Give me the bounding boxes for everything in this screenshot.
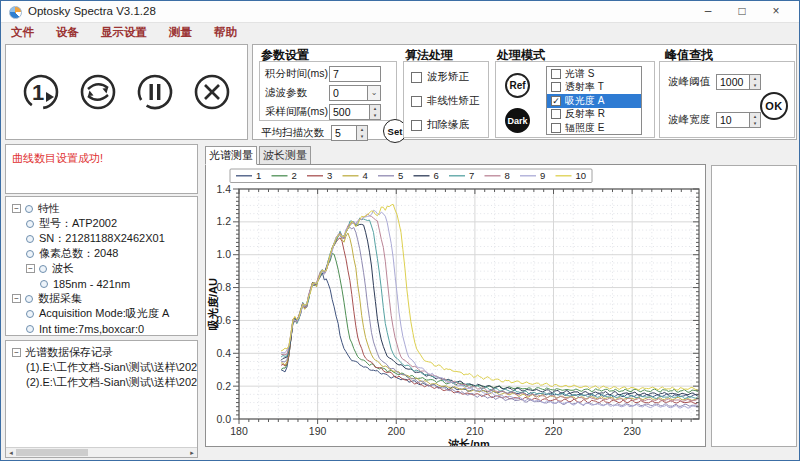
peak-threshold-label: 波峰阈值 bbox=[668, 75, 716, 89]
checkbox-icon[interactable] bbox=[411, 96, 422, 107]
checkbox-icon[interactable] bbox=[551, 109, 561, 119]
checkbox-icon[interactable] bbox=[551, 82, 561, 92]
x-tick-label: 210 bbox=[466, 425, 484, 437]
menu-item-3[interactable]: 测量 bbox=[169, 25, 192, 40]
scroll-left-icon[interactable]: ◂ bbox=[6, 448, 16, 457]
tree-collapse-icon[interactable]: − bbox=[12, 204, 21, 213]
tree-row[interactable]: (1).E:\工作文档-Sian\测试\送样\20220901东 bbox=[6, 360, 197, 375]
ok-button[interactable]: OK bbox=[760, 92, 788, 120]
algorithm-option[interactable]: 扣除缘底 bbox=[411, 118, 488, 132]
tree-node-icon bbox=[39, 265, 47, 273]
spin-up-icon[interactable]: ▴ bbox=[370, 105, 380, 112]
dropdown-arrow-icon[interactable]: ⌄ bbox=[368, 85, 381, 101]
checkbox-icon[interactable] bbox=[411, 120, 422, 131]
filter-param-label: 滤波参数 bbox=[265, 86, 329, 100]
peak-threshold-spinner[interactable]: ▴▾ bbox=[750, 74, 761, 90]
peak-threshold-input[interactable] bbox=[716, 74, 750, 90]
mode-option[interactable]: 辐照度 E bbox=[547, 121, 641, 135]
integration-time-input[interactable] bbox=[329, 66, 381, 82]
mode-option[interactable]: 透射率 T bbox=[547, 81, 641, 95]
tree-row[interactable]: Acquisition Mode:吸光度 A bbox=[6, 306, 197, 321]
tree-collapse-icon[interactable]: − bbox=[12, 294, 21, 303]
close-button[interactable]: × bbox=[759, 1, 793, 23]
y-tick-label: 0.2 bbox=[216, 380, 231, 392]
spin-up-icon[interactable]: ▴ bbox=[750, 75, 760, 82]
mode-list: 光谱 S透射率 T✓吸光度 A反射率 R辐照度 E bbox=[546, 66, 642, 135]
mode-option[interactable]: ✓吸光度 A bbox=[547, 94, 641, 108]
tree-row[interactable]: 型号：ATP2002 bbox=[6, 216, 197, 231]
params-box: 积分时间(ms) 滤波参数 ⌄ 采样间隔(ms) ▴▾ bbox=[259, 61, 397, 121]
peak-width-label: 波峰宽度 bbox=[668, 113, 716, 127]
spin-up-icon[interactable]: ▴ bbox=[750, 113, 760, 120]
sample-interval-input[interactable] bbox=[329, 104, 370, 120]
tree-row[interactable]: −波长 bbox=[6, 261, 197, 276]
mode-option-label: 透射率 T bbox=[565, 80, 604, 94]
spin-down-icon[interactable]: ▾ bbox=[750, 82, 760, 89]
spin-down-icon[interactable]: ▾ bbox=[370, 112, 380, 119]
algorithm-option[interactable]: 波形矫正 bbox=[411, 70, 488, 84]
sample-interval-spinner[interactable]: ▴▾ bbox=[370, 104, 381, 120]
app-logo-icon bbox=[9, 6, 22, 19]
settings-strip: 参数设置 积分时间(ms) 滤波参数 ⌄ 采样间隔(ms) ▴▾ 平均扫描次数 … bbox=[252, 44, 797, 140]
tree-row[interactable]: Int time:7ms,boxcar:0 bbox=[6, 321, 197, 336]
algorithm-option-label: 扣除缘底 bbox=[427, 118, 469, 132]
tab-wavelength-measure[interactable]: 波长测量 bbox=[259, 146, 311, 165]
mode-option[interactable]: 反射率 R bbox=[547, 108, 641, 122]
menu-item-1[interactable]: 设备 bbox=[56, 25, 79, 40]
tab-spectrum-measure[interactable]: 光谱测量 bbox=[205, 146, 257, 165]
scrollbar-thumb[interactable] bbox=[16, 449, 88, 456]
filter-param-select[interactable] bbox=[329, 85, 368, 101]
menubar: 文件设备显示设置测量帮助 bbox=[1, 23, 799, 42]
single-acquisition-icon[interactable]: 1 bbox=[16, 67, 66, 117]
tree-row[interactable]: (2).E:\工作文档-Sian\测试\送样\20220901东 bbox=[6, 375, 197, 390]
tree-row-label: (2).E:\工作文档-Sian\测试\送样\20220901东 bbox=[26, 375, 198, 390]
tree-row[interactable]: 185nm - 421nm bbox=[6, 276, 197, 291]
maximize-button[interactable]: □ bbox=[725, 1, 759, 23]
checkbox-icon[interactable] bbox=[411, 72, 422, 83]
tree-row[interactable]: 像素总数：2048 bbox=[6, 246, 197, 261]
pause-icon[interactable] bbox=[130, 67, 180, 117]
algorithm-option-label: 波形矫正 bbox=[427, 70, 469, 84]
mode-option-label: 吸光度 A bbox=[565, 94, 604, 108]
continuous-acquisition-icon[interactable] bbox=[73, 67, 123, 117]
tree-row[interactable]: −光谱数据保存记录 bbox=[6, 345, 197, 360]
spin-down-icon[interactable]: ▾ bbox=[357, 133, 367, 140]
tree-row[interactable]: −数据采集 bbox=[6, 291, 197, 306]
checkbox-icon[interactable] bbox=[551, 123, 561, 133]
integration-time-label: 积分时间(ms) bbox=[265, 67, 329, 81]
minimize-button[interactable]: – bbox=[691, 1, 725, 23]
y-tick-label: 1.2 bbox=[216, 215, 231, 227]
mode-option[interactable]: 光谱 S bbox=[547, 67, 641, 81]
peak-width-spinner[interactable]: ▴▾ bbox=[750, 112, 761, 128]
tree-row[interactable]: SN：21281188X2462X01 bbox=[6, 231, 197, 246]
y-tick-label: 1.0 bbox=[216, 248, 231, 260]
menu-item-2[interactable]: 显示设置 bbox=[101, 25, 147, 40]
ref-button[interactable]: Ref bbox=[505, 73, 530, 98]
series-curve-7 bbox=[281, 218, 698, 399]
algorithm-box: 波形矫正非线性矫正扣除缘底 bbox=[403, 61, 489, 138]
tree-collapse-icon[interactable]: − bbox=[26, 264, 35, 273]
legend-label: 3 bbox=[327, 170, 332, 181]
scroll-right-icon[interactable]: ▸ bbox=[187, 448, 197, 457]
average-scans-spinner[interactable]: ▴▾ bbox=[357, 125, 368, 141]
horizontal-scrollbar[interactable]: ◂ ▸ bbox=[6, 447, 197, 457]
titlebar: Optosky Spectra V3.1.28 – □ × bbox=[1, 1, 799, 23]
checkbox-icon[interactable] bbox=[551, 69, 561, 79]
spectra-chart-panel[interactable]: 1801902002102202300.00.20.40.60.81.01.21… bbox=[205, 164, 706, 447]
tree-row[interactable]: −特性 bbox=[6, 201, 197, 216]
tree-node-icon bbox=[26, 220, 34, 228]
peak-width-input[interactable] bbox=[716, 112, 750, 128]
algorithm-option[interactable]: 非线性矫正 bbox=[411, 94, 488, 108]
tree-collapse-icon[interactable]: − bbox=[12, 348, 21, 357]
stop-icon[interactable] bbox=[187, 67, 237, 117]
tree-node-icon bbox=[25, 205, 33, 213]
tree-node-icon bbox=[26, 235, 34, 243]
menu-item-4[interactable]: 帮助 bbox=[214, 25, 237, 40]
dark-button[interactable]: Dark bbox=[505, 108, 530, 133]
spin-up-icon[interactable]: ▴ bbox=[357, 126, 367, 133]
checkbox-icon[interactable]: ✓ bbox=[551, 96, 561, 106]
menu-item-0[interactable]: 文件 bbox=[11, 25, 34, 40]
average-scans-input[interactable] bbox=[331, 125, 357, 141]
spin-down-icon[interactable]: ▾ bbox=[750, 120, 760, 127]
tree-row-label: Int time:7ms,boxcar:0 bbox=[39, 323, 144, 335]
